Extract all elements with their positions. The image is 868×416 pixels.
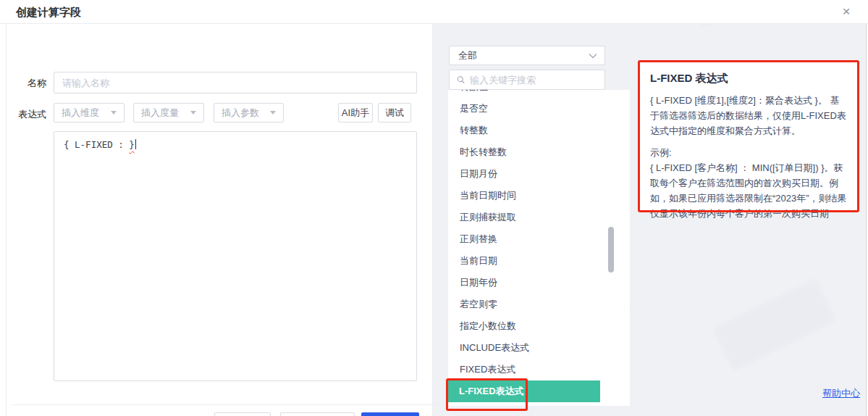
dialog-title: 创建计算字段 — [16, 6, 81, 20]
category-selected-label: 全部 — [458, 49, 477, 62]
debug-button[interactable]: 调试 — [378, 103, 411, 122]
list-item-selected[interactable]: L-FIXED表达式 — [448, 380, 600, 402]
text-cursor — [135, 139, 136, 149]
insert-measure-dropdown[interactable]: 插入度量 — [133, 103, 204, 122]
create-calc-field-dialog: 创建计算字段 × 名称 表达式 插入维度 插入度量 插入参数 AI助手 调试 {… — [0, 0, 868, 416]
help-description: { L-FIXED [维度1],[维度2]：聚合表达式 }。 基于筛选器筛选后的… — [650, 93, 847, 138]
list-item-partial[interactable]: 转数值 — [448, 90, 630, 98]
insert-param-label: 插入参数 — [222, 107, 259, 120]
editor-text: { L-FIXED : — [64, 139, 129, 150]
list-item[interactable]: 正则捕获提取 — [448, 207, 630, 228]
cancel-button[interactable]: 取消 — [214, 412, 271, 416]
footer-divider — [12, 404, 439, 405]
category-select[interactable]: 全部 — [449, 46, 605, 65]
help-example: { L-FIXED [客户名称] ： MIN([订单日期]) }。获取每个客户在… — [650, 160, 847, 221]
caret-down-icon — [190, 111, 196, 115]
name-label: 名称 — [7, 77, 46, 90]
search-input[interactable] — [470, 75, 597, 86]
close-icon[interactable]: × — [838, 4, 854, 20]
ok-continue-button[interactable]: 确定并继续新建 — [280, 412, 355, 416]
editor-text-error: } — [129, 139, 135, 150]
help-panel: L-FIXED 表达式 { L-FIXED [维度1],[维度2]：聚合表达式 … — [640, 62, 857, 210]
insert-dimension-dropdown[interactable]: 插入维度 — [54, 103, 125, 122]
help-center-link[interactable]: 帮助中心 — [822, 387, 860, 400]
caret-down-icon — [111, 111, 117, 115]
insert-measure-label: 插入度量 — [141, 107, 179, 120]
list-item[interactable]: 当前日期 — [448, 250, 630, 272]
chevron-down-icon — [589, 53, 597, 59]
expression-editor[interactable]: { L-FIXED : } — [54, 131, 417, 381]
help-example-label: 示例: — [650, 145, 847, 160]
list-item[interactable]: 指定小数位数 — [448, 315, 630, 337]
help-title: L-FIXED 表达式 — [650, 72, 847, 86]
expression-label: 表达式 — [7, 108, 46, 121]
list-item[interactable]: INCLUDE表达式 — [448, 337, 630, 359]
list-item[interactable]: 是否空 — [448, 98, 630, 120]
list-item[interactable]: 转整数 — [448, 120, 630, 141]
caret-down-icon — [270, 111, 276, 115]
list-item[interactable]: 日期月份 — [448, 163, 630, 185]
ok-button[interactable]: 确定 — [361, 412, 419, 416]
insert-dimension-label: 插入维度 — [62, 107, 99, 120]
list-item[interactable]: 正则替换 — [448, 228, 630, 250]
list-scrollbar[interactable] — [608, 227, 614, 273]
name-input[interactable] — [54, 72, 417, 93]
dialog-titlebar: 创建计算字段 × — [0, 0, 868, 24]
function-search[interactable] — [449, 70, 605, 90]
list-item[interactable]: 日期年份 — [448, 272, 630, 294]
list-item[interactable]: FIXED表达式 — [448, 359, 630, 380]
left-form-panel: 名称 表达式 插入维度 插入度量 插入参数 AI助手 调试 { L-FIXED … — [6, 24, 433, 416]
function-list-panel: 转数值 是否空转整数时长转整数日期月份当前日期时间正则捕获提取正则替换当前日期日… — [448, 90, 630, 406]
list-item[interactable]: 若空则零 — [448, 294, 630, 315]
ai-assistant-button[interactable]: AI助手 — [338, 103, 373, 122]
list-item[interactable]: 时长转整数 — [448, 141, 630, 163]
insert-param-dropdown[interactable]: 插入参数 — [214, 103, 284, 122]
list-item[interactable]: 当前日期时间 — [448, 185, 630, 207]
search-icon — [457, 75, 465, 85]
function-list: 是否空转整数时长转整数日期月份当前日期时间正则捕获提取正则替换当前日期日期年份若… — [448, 98, 630, 380]
